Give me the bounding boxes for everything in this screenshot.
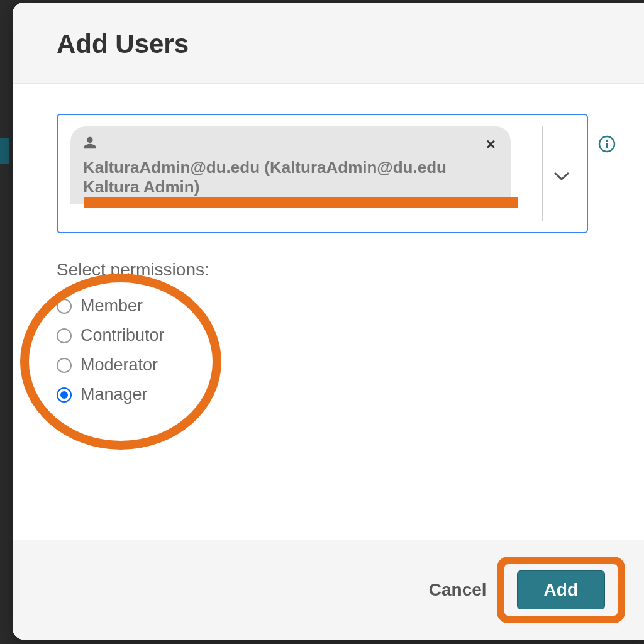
radio-icon (57, 328, 72, 343)
permissions-radio-group: Member Contributor Moderator Manager (57, 296, 616, 404)
remove-user-icon[interactable]: × (486, 136, 496, 152)
radio-label: Contributor (80, 326, 165, 345)
chevron-down-icon[interactable] (553, 170, 570, 184)
radio-icon (57, 299, 72, 314)
radio-icon (57, 387, 72, 402)
user-chip-label: KalturaAdmin@du.edu (KalturaAdmin@du.edu… (83, 158, 498, 197)
background-decoration (0, 138, 9, 164)
add-users-modal: Add Users × KalturaAdmin@du.edu (Kaltura… (13, 3, 644, 640)
modal-header: Add Users (13, 3, 644, 84)
cancel-button[interactable]: Cancel (424, 571, 492, 609)
svg-point-1 (606, 140, 608, 142)
permission-option-manager[interactable]: Manager (57, 385, 616, 404)
radio-icon (57, 358, 72, 373)
permission-option-member[interactable]: Member (57, 296, 616, 316)
user-select-wrapper: × KalturaAdmin@du.edu (KalturaAdmin@du.e… (57, 114, 616, 233)
permissions-label: Select permissions: (57, 260, 616, 280)
permission-option-moderator[interactable]: Moderator (57, 355, 616, 375)
user-select-input[interactable]: × KalturaAdmin@du.edu (KalturaAdmin@du.e… (57, 114, 588, 233)
highlight-box: Add (497, 557, 625, 623)
modal-title: Add Users (57, 29, 600, 59)
svg-rect-2 (606, 143, 608, 148)
modal-body: × KalturaAdmin@du.edu (KalturaAdmin@du.e… (13, 84, 644, 540)
radio-label: Manager (80, 385, 148, 404)
radio-label: Moderator (80, 355, 158, 375)
user-icon (83, 135, 97, 153)
modal-footer: Cancel Add (13, 540, 644, 640)
radio-label: Member (80, 296, 143, 316)
add-button[interactable]: Add (517, 570, 605, 609)
divider (542, 126, 543, 221)
permission-option-contributor[interactable]: Contributor (57, 326, 616, 345)
user-chip-header: × (83, 135, 498, 153)
info-icon[interactable] (598, 135, 616, 155)
selected-user-chip: × KalturaAdmin@du.edu (KalturaAdmin@du.e… (70, 126, 511, 204)
highlight-underline (84, 197, 518, 208)
